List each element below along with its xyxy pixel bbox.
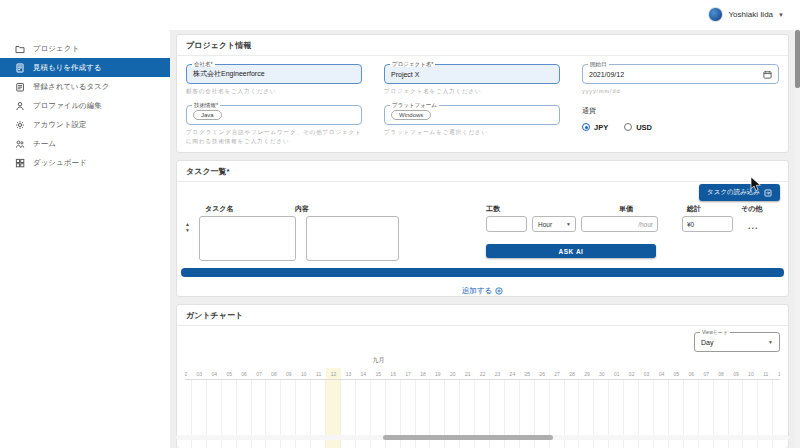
currency-cell: 通貨 JPY USD <box>582 105 779 146</box>
view-mode-label: Viewモード <box>700 329 730 335</box>
sidebar-menu: プロジェクト見積もりを作成する登録されているタスクプロファイルの編集アカウント設… <box>0 39 170 172</box>
gantt-day-label: 04 <box>654 368 669 379</box>
col-task-name: タスク名 <box>205 204 234 214</box>
company-name-value: 株式会社Engineerforce <box>193 69 265 79</box>
gantt-card: ガントチャート Viewモード Day ▼ 九月 020304050607080… <box>176 304 789 448</box>
import-icon <box>764 189 772 197</box>
company-name-input[interactable]: 会社名* 株式会社Engineerforce <box>186 64 362 84</box>
col-other: その他 <box>741 204 762 214</box>
chevron-down-icon: ▼ <box>566 221 571 227</box>
view-mode-select[interactable]: Viewモード Day ▼ <box>694 332 780 352</box>
gantt-day-label: 10 <box>296 368 311 379</box>
currency-option-label: USD <box>636 123 652 132</box>
task-list-card: タスク一覧* タスクの読み込み タスク名 内容 工数 単価 総計 その他 ▲▼ … <box>176 160 789 297</box>
total-field: ¥0 <box>682 216 733 232</box>
gantt-day-label: 19 <box>430 368 445 379</box>
drag-handle[interactable]: ▲▼ <box>185 222 190 233</box>
project-info-title: プロジェクト情報 <box>177 35 788 56</box>
chevron-down-icon: ▼ <box>768 339 773 345</box>
sidebar: Engineerforce プロジェクト見積もりを作成する登録されているタスクプ… <box>0 0 170 448</box>
gantt-day-label: 18 <box>416 368 431 379</box>
project-cell: プロジェクト名* Project X プロジェクト名をご入力ください <box>384 64 560 96</box>
gantt-day-label: 24 <box>505 368 520 379</box>
currency-option-label: JPY <box>594 123 608 132</box>
start-date-label: 開始日 <box>588 61 609 67</box>
currency-radio-usd[interactable]: USD <box>624 123 652 132</box>
gantt-day-label: 14 <box>356 368 371 379</box>
gantt-day-label: 04 <box>207 368 222 379</box>
tech-chip[interactable]: Java <box>193 110 222 120</box>
gantt-day-label: 03 <box>639 368 654 379</box>
gantt-day-label: 08 <box>714 368 729 379</box>
platform-label: プラットフォーム <box>390 102 439 108</box>
radio-icon <box>582 123 590 131</box>
sidebar-item[interactable]: 見積もりを作成する <box>0 58 170 77</box>
gantt-day-label: 06 <box>684 368 699 379</box>
hours-input[interactable] <box>486 216 527 232</box>
tech-info-label: 技術情報* <box>192 102 220 108</box>
sidebar-item[interactable]: 登録されているタスク <box>0 77 170 96</box>
currency-radio-jpy[interactable]: JPY <box>582 123 608 132</box>
col-unit-price: 単価 <box>619 204 633 214</box>
platform-chip[interactable]: Windows <box>391 110 431 120</box>
task-name-input[interactable] <box>199 216 296 261</box>
hours-unit-value: Hour <box>538 221 552 228</box>
col-hours: 工数 <box>486 204 500 214</box>
gantt-day-label: 26 <box>535 368 550 379</box>
user-name: Yoshiaki Iida <box>728 10 773 19</box>
view-mode-value: Day <box>701 339 713 346</box>
user-menu[interactable]: Yoshiaki Iida ▼ <box>708 7 784 22</box>
gantt-day-label: 05 <box>669 368 684 379</box>
company-cell: 会社名* 株式会社Engineerforce 顧客の会社名をご入力ください <box>186 64 362 96</box>
task-description-input[interactable] <box>306 216 399 261</box>
sidebar-item[interactable]: プロファイルの編集 <box>0 96 170 115</box>
platform-helper-text: プラットフォームをご選択ください <box>384 128 560 137</box>
platform-cell: プラットフォーム Windows プラットフォームをご選択ください <box>384 105 560 146</box>
ask-ai-button[interactable]: ASK AI <box>486 244 656 258</box>
project-name-value: Project X <box>391 71 419 78</box>
start-date-input[interactable]: 開始日 2021/09/12 <box>582 64 779 84</box>
unit-price-input[interactable]: /hour <box>581 216 658 232</box>
gantt-day-label: 09 <box>729 368 744 379</box>
vertical-scrollbar[interactable] <box>795 30 800 448</box>
company-name-label: 会社名* <box>192 61 215 67</box>
gantt-day-label: 16 <box>386 368 401 379</box>
gantt-day-label: 20 <box>445 368 460 379</box>
hours-unit-select[interactable]: Hour ▼ <box>532 216 576 232</box>
company-helper-text: 顧客の会社名をご入力ください <box>186 87 362 96</box>
horizontal-scrollbar-thumb[interactable] <box>383 435 553 440</box>
gantt-day-label: 13 <box>341 368 356 379</box>
tech-info-input[interactable]: 技術情報* Java <box>186 105 362 125</box>
tech-helper-text: プログラミング言語やフレームワーク、その他プロジェクトに関わる技術情報をご入力く… <box>186 128 362 146</box>
gantt-day-label: 25 <box>520 368 535 379</box>
sidebar-item[interactable]: チーム <box>0 134 170 153</box>
gantt-day-label: 05 <box>222 368 237 379</box>
plus-circle-icon <box>495 287 503 295</box>
platform-input[interactable]: プラットフォーム Windows <box>384 105 560 125</box>
task-list-title: タスク一覧* <box>177 161 788 182</box>
col-total: 総計 <box>687 204 701 214</box>
gantt-day-label: 22 <box>475 368 490 379</box>
sidebar-item[interactable]: アカウント設定 <box>0 115 170 134</box>
col-description: 内容 <box>295 204 309 214</box>
dashboard-icon <box>15 158 25 168</box>
sidebar-item[interactable]: ダッシュボード <box>0 153 170 172</box>
more-options-button[interactable]: ... <box>748 222 759 231</box>
project-name-input[interactable]: プロジェクト名* Project X <box>384 64 560 84</box>
sidebar-item-label: 登録されているタスク <box>33 82 109 92</box>
gantt-day-label: 02 <box>624 368 639 379</box>
radio-icon <box>624 123 632 131</box>
calendar-icon[interactable] <box>763 70 772 79</box>
load-tasks-button[interactable]: タスクの読み込み <box>699 184 780 201</box>
sidebar-item[interactable]: プロジェクト <box>0 39 170 58</box>
gantt-day-label: 11 <box>758 368 773 379</box>
horizontal-scrollbar[interactable] <box>176 435 789 440</box>
add-task-label: 追加する <box>462 286 492 296</box>
folder-icon <box>15 44 25 54</box>
topbar: Yoshiaki Iida ▼ <box>0 0 800 30</box>
vertical-scrollbar-thumb[interactable] <box>795 30 800 88</box>
sidebar-item-label: プロファイルの編集 <box>33 101 102 111</box>
add-task-button[interactable]: 追加する <box>462 286 503 296</box>
sidebar-item-label: 見積もりを作成する <box>33 63 101 73</box>
tech-cell: 技術情報* Java プログラミング言語やフレームワーク、その他プロジェクトに関… <box>186 105 362 146</box>
